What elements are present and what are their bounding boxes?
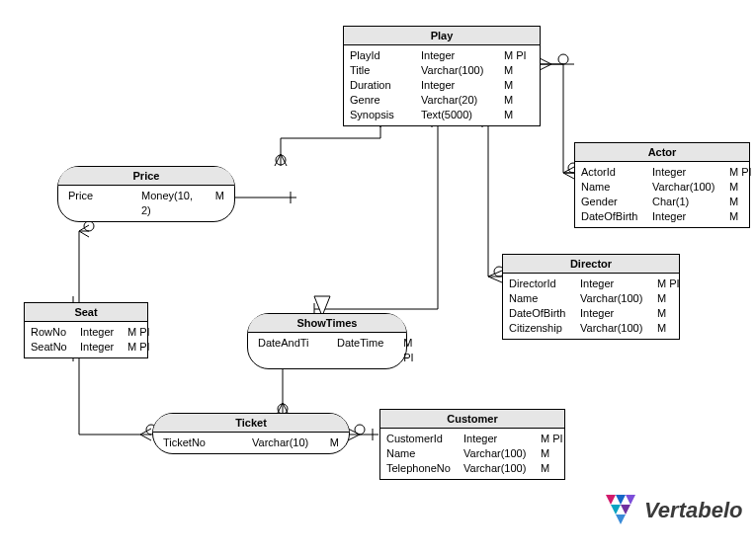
entity-body: CustomerIdIntegerM PI NameVarchar(100)M … — [380, 429, 564, 479]
table-row: TitleVarchar(100)M — [350, 63, 534, 78]
entity-director[interactable]: Director DirectorIdIntegerM PI NameVarch… — [502, 254, 680, 340]
svg-marker-3 — [611, 505, 621, 514]
assoc-title: Ticket — [153, 414, 349, 433]
table-row: DateOfBirthIntegerM — [509, 306, 673, 321]
vertabelo-wordmark: Vertabelo — [644, 498, 742, 523]
entity-title: Play — [344, 27, 540, 45]
entity-title: Customer — [380, 410, 564, 429]
entity-title: Seat — [25, 303, 147, 322]
table-row: ActorIdIntegerM PI — [581, 165, 743, 180]
svg-marker-1 — [616, 495, 626, 505]
entity-body: RowNoIntegerM PI SeatNoIntegerM PI — [25, 322, 147, 357]
assoc-price[interactable]: Price PriceMoney(10, 2)M — [57, 166, 235, 222]
table-row: SynopsisText(5000)M — [350, 108, 534, 122]
table-row: SeatNoIntegerM PI — [31, 340, 141, 355]
assoc-body: DateAndTiDateTimeM PI — [248, 333, 406, 368]
erd-canvas: Play PlayIdIntegerM PI TitleVarchar(100)… — [0, 0, 756, 554]
table-row: TelephoneNoVarchar(100)M — [386, 461, 558, 476]
table-row: GenderChar(1)M — [581, 195, 743, 209]
table-row: CustomerIdIntegerM PI — [386, 432, 558, 446]
assoc-body: PriceMoney(10, 2)M — [58, 186, 234, 221]
assoc-ticket[interactable]: Ticket TicketNoVarchar(10)M — [152, 413, 350, 454]
table-row: PlayIdIntegerM PI — [350, 48, 534, 63]
table-row: DirectorIdIntegerM PI — [509, 277, 673, 291]
svg-marker-0 — [606, 495, 616, 505]
table-row: DurationIntegerM — [350, 78, 534, 93]
entity-customer[interactable]: Customer CustomerIdIntegerM PI NameVarch… — [379, 409, 565, 480]
table-row: CitizenshipVarchar(100)M — [509, 321, 673, 336]
vertabelo-logo: Vertabelo — [605, 494, 742, 527]
entity-body: DirectorIdIntegerM PI NameVarchar(100)M … — [503, 274, 679, 339]
table-row: NameVarchar(100)M — [386, 446, 558, 461]
entity-title: Director — [503, 255, 679, 274]
table-row: NameVarchar(100)M — [581, 180, 743, 195]
table-row: TicketNoVarchar(10)M — [163, 435, 339, 450]
entity-actor[interactable]: Actor ActorIdIntegerM PI NameVarchar(100… — [574, 142, 750, 228]
table-row: DateAndTiDateTimeM PI — [258, 336, 396, 365]
svg-marker-5 — [616, 514, 626, 524]
entity-seat[interactable]: Seat RowNoIntegerM PI SeatNoIntegerM PI — [24, 302, 148, 358]
entity-body: PlayIdIntegerM PI TitleVarchar(100)M Dur… — [344, 45, 540, 125]
entity-play[interactable]: Play PlayIdIntegerM PI TitleVarchar(100)… — [343, 26, 541, 126]
table-row: GenreVarchar(20)M — [350, 93, 534, 108]
assoc-title: Price — [58, 167, 234, 186]
assoc-body: TicketNoVarchar(10)M — [153, 433, 349, 453]
entity-title: Actor — [575, 143, 749, 162]
svg-marker-4 — [621, 505, 630, 514]
table-row: DateOfBirthIntegerM — [581, 209, 743, 224]
vertabelo-icon — [605, 494, 638, 527]
entity-body: ActorIdIntegerM PI NameVarchar(100)M Gen… — [575, 162, 749, 227]
table-row: NameVarchar(100)M — [509, 291, 673, 306]
table-row: PriceMoney(10, 2)M — [68, 189, 224, 218]
assoc-showtimes[interactable]: ShowTimes DateAndTiDateTimeM PI — [247, 313, 407, 369]
svg-marker-2 — [626, 495, 635, 505]
assoc-title: ShowTimes — [248, 314, 406, 333]
table-row: RowNoIntegerM PI — [31, 325, 141, 340]
